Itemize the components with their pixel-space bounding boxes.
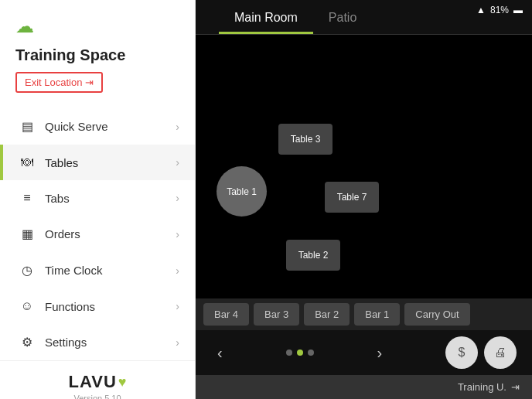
- sidebar-item-tables[interactable]: 🍽 Tables ›: [0, 145, 195, 180]
- chevron-icon-settings: ›: [176, 336, 179, 349]
- bottom-tab-bar-3[interactable]: Bar 3: [254, 303, 299, 326]
- table-table7[interactable]: Table 7: [325, 182, 379, 213]
- main-content: ▲ 81% ▬ Main RoomPatio Table 3Table 1Tab…: [196, 0, 532, 399]
- version-label: Version 5.10: [73, 394, 121, 399]
- orders-icon: ▦: [19, 227, 36, 241]
- sidebar-label-tabs: Tabs: [45, 192, 176, 205]
- sidebar-item-functions[interactable]: ☺ Functions ›: [0, 288, 195, 324]
- page-dot-2: [297, 350, 303, 356]
- tab-patio[interactable]: Patio: [313, 0, 372, 34]
- quick-serve-icon: ▤: [19, 119, 36, 134]
- battery-percentage: 81%: [490, 5, 509, 15]
- sidebar-item-settings[interactable]: ⚙ Settings ›: [0, 324, 195, 360]
- sidebar-item-quick-serve[interactable]: ▤ Quick Serve ›: [0, 108, 195, 145]
- chevron-icon-tabs: ›: [176, 192, 179, 204]
- page-dot-1: [286, 350, 292, 356]
- dollar-button[interactable]: $: [445, 336, 478, 369]
- sidebar-item-time-clock[interactable]: ◷ Time Clock ›: [0, 252, 195, 288]
- chevron-icon-tables: ›: [176, 156, 179, 169]
- exit-location-button[interactable]: Exit Location ⇥: [15, 72, 103, 93]
- chevron-icon-orders: ›: [176, 228, 179, 240]
- chevron-icon-time-clock: ›: [176, 264, 179, 277]
- next-page-button[interactable]: ›: [370, 341, 388, 365]
- sidebar-label-time-clock: Time Clock: [45, 264, 176, 277]
- settings-icon: ⚙: [19, 335, 36, 350]
- exit-location-label: Exit Location: [25, 77, 82, 88]
- footer-username: Training U.: [458, 381, 506, 393]
- action-buttons: $ 🖨: [445, 336, 517, 369]
- table-table1[interactable]: Table 1: [217, 166, 267, 217]
- sidebar-label-functions: Functions: [45, 300, 176, 313]
- sidebar-title: Training Space: [15, 46, 125, 64]
- tabs-icon: ≡: [19, 191, 36, 205]
- exit-location-icon: ⇥: [85, 77, 94, 88]
- main-footer: Training U. ⇥: [196, 375, 532, 399]
- footer-exit-icon: ⇥: [511, 381, 520, 393]
- pagination-bar: ‹ › $ 🖨: [196, 330, 532, 375]
- time-clock-icon: ◷: [19, 263, 36, 278]
- sidebar-nav: ▤ Quick Serve › 🍽 Tables › ≡ Tabs › ▦ Or…: [0, 108, 195, 360]
- tables-icon: 🍽: [19, 155, 36, 169]
- wifi-icon: ▲: [476, 5, 486, 15]
- bottom-tab-bar-2[interactable]: Bar 2: [304, 303, 350, 326]
- sidebar-label-quick-serve: Quick Serve: [45, 120, 176, 133]
- functions-icon: ☺: [19, 299, 36, 313]
- footer-user: Training U. ⇥: [458, 381, 520, 393]
- bottom-tab-bar-1[interactable]: Bar 1: [354, 303, 400, 326]
- prev-page-button[interactable]: ‹: [211, 341, 229, 365]
- sidebar-label-orders: Orders: [45, 227, 176, 240]
- table-table2[interactable]: Table 2: [286, 240, 340, 271]
- cloud-icon: ☁: [15, 15, 34, 37]
- chevron-icon-functions: ›: [176, 300, 179, 312]
- table-table3[interactable]: Table 3: [278, 124, 332, 155]
- print-button[interactable]: 🖨: [484, 336, 517, 369]
- bottom-tab-bar: Bar 4Bar 3Bar 2Bar 1Carry Out: [196, 298, 532, 330]
- bottom-tab-bar-4[interactable]: Bar 4: [203, 303, 249, 326]
- lavu-logo: LAVU: [69, 372, 117, 392]
- battery-icon: ▬: [513, 5, 523, 15]
- status-bar: ▲ 81% ▬: [467, 0, 532, 20]
- page-dots: [286, 350, 314, 356]
- sidebar-footer: LAVU ♥ Version 5.10: [0, 360, 195, 399]
- bottom-tab-carry-out[interactable]: Carry Out: [404, 303, 469, 326]
- chevron-icon-quick-serve: ›: [176, 121, 179, 133]
- sidebar: ☁ Training Space Exit Location ⇥ ▤ Quick…: [0, 0, 196, 399]
- sidebar-item-orders[interactable]: ▦ Orders ›: [0, 216, 195, 252]
- page-dot-3: [308, 350, 314, 356]
- sidebar-item-tabs[interactable]: ≡ Tabs ›: [0, 180, 195, 216]
- sidebar-header: ☁ Training Space Exit Location ⇥: [0, 0, 195, 101]
- sidebar-label-tables: Tables: [45, 156, 176, 169]
- tab-main-room[interactable]: Main Room: [219, 0, 313, 34]
- sidebar-label-settings: Settings: [45, 336, 176, 349]
- floor-plan: Table 3Table 1Table 7Table 2: [196, 35, 532, 298]
- lavu-heart-icon: ♥: [118, 374, 127, 390]
